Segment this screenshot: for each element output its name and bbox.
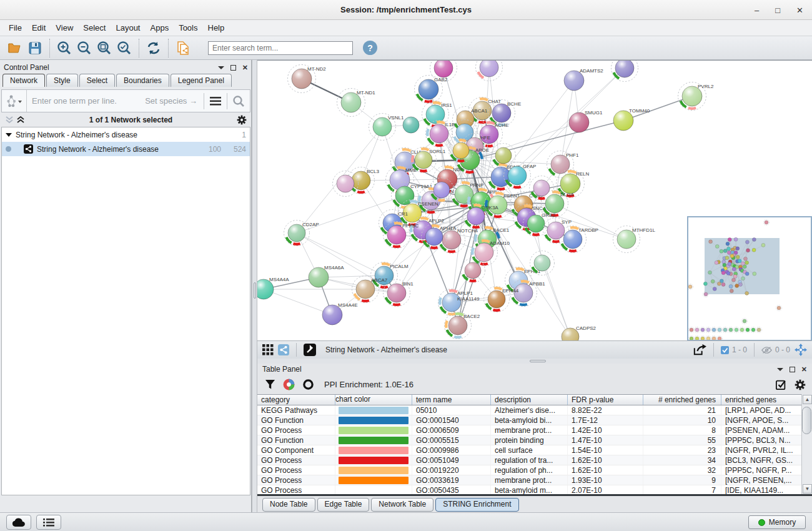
column-header[interactable]: chart color xyxy=(335,395,412,405)
network-canvas[interactable]: MT-ND2MT-ND1VSNL1GAB2ADAMTS2PVRL2TOMM40S… xyxy=(257,60,812,340)
save-session-icon[interactable] xyxy=(25,38,45,58)
tab-node-table[interactable]: Node Table xyxy=(262,498,315,512)
network-edge[interactable] xyxy=(542,263,570,337)
column-header[interactable]: enriched genes xyxy=(721,395,801,405)
enrichment-row[interactable]: GO ComponentGO:0009986cell surface1.54E-… xyxy=(257,445,801,455)
remove-chart-icon[interactable] xyxy=(302,379,314,390)
enrichment-row[interactable]: GO FunctionGO:0005515protein binding1.47… xyxy=(257,435,801,445)
menu-edit[interactable]: Edit xyxy=(27,20,51,36)
scroll-up-icon[interactable]: ▲ xyxy=(803,395,812,404)
network-node[interactable]: BACE2 xyxy=(445,312,480,339)
zoom-in-icon[interactable] xyxy=(54,38,74,58)
zoom-selected-icon[interactable] xyxy=(114,38,134,58)
tab-style[interactable]: Style xyxy=(46,74,78,87)
open-session-icon[interactable] xyxy=(5,38,25,58)
network-collection-row[interactable]: String Network - Alzheimer's disease 1 xyxy=(2,127,250,142)
close-button[interactable]: ✕ xyxy=(796,6,803,15)
network-node[interactable] xyxy=(476,61,503,81)
network-node[interactable]: PHF1 xyxy=(547,151,580,178)
enrichment-row[interactable]: GO ProcessGO:0033619membrane prot...1.93… xyxy=(257,475,801,485)
enrichment-row[interactable]: GO ProcessGO:0019220regulation of ph...1… xyxy=(257,465,801,475)
memory-button[interactable]: Memory xyxy=(748,515,806,529)
tab-boundaries[interactable]: Boundaries xyxy=(116,74,169,87)
enrichment-row[interactable]: KEGG Pathways05010Alzheimer's dise...8.8… xyxy=(257,405,801,415)
export-network-image-icon[interactable] xyxy=(173,38,193,58)
menu-tools[interactable]: Tools xyxy=(174,20,202,36)
maximize-button[interactable]: □ xyxy=(775,6,780,15)
network-node[interactable] xyxy=(611,61,638,82)
network-row[interactable]: String Network - Alzheimer's disease 100… xyxy=(2,142,250,156)
tab-network-table[interactable]: Network Table xyxy=(371,498,433,512)
tab-network[interactable]: Network xyxy=(2,74,45,87)
enrichment-settings-gear-icon[interactable] xyxy=(795,379,806,390)
network-node[interactable]: MT-ND1 xyxy=(337,89,376,117)
zoom-fit-icon[interactable] xyxy=(94,38,114,58)
task-history-button[interactable] xyxy=(36,515,61,530)
menu-help[interactable]: Help xyxy=(203,20,230,36)
float-table-panel-icon[interactable] xyxy=(790,367,795,372)
network-node[interactable]: CD2AP xyxy=(284,221,319,246)
scroll-down-icon[interactable]: ▼ xyxy=(803,484,812,494)
network-node[interactable]: MS4A6A xyxy=(309,265,344,287)
enrichment-chart-icon[interactable] xyxy=(283,379,295,390)
network-node[interactable]: APLP1KIAA1149 xyxy=(438,289,480,316)
cloud-tasks-button[interactable] xyxy=(6,515,31,530)
enrichment-row[interactable]: GO ProcessGO:0050435beta-amyloid m...2.0… xyxy=(257,485,801,494)
network-node[interactable]: MS4A4E xyxy=(322,302,358,325)
horizontal-splitter[interactable] xyxy=(257,359,812,364)
network-node[interactable]: PVRL2 xyxy=(678,82,714,111)
panel-menu-icon[interactable] xyxy=(218,66,224,70)
set-species-hint[interactable]: Set species → xyxy=(145,96,197,106)
refresh-icon[interactable] xyxy=(144,38,164,58)
tab-edge-table[interactable]: Edge Table xyxy=(317,498,370,512)
tab-select[interactable]: Select xyxy=(79,74,115,87)
tab-string-enrichment[interactable]: STRING Enrichment xyxy=(435,498,518,512)
network-node[interactable]: ABCA7 xyxy=(352,276,388,303)
grid-view-icon[interactable] xyxy=(262,344,274,355)
network-node[interactable]: MTHFD1L xyxy=(613,226,656,253)
column-header[interactable]: description xyxy=(491,395,568,405)
menu-view[interactable]: View xyxy=(51,20,78,36)
network-node[interactable]: MS4A4A xyxy=(257,277,289,299)
enrichment-row[interactable]: GO ProcessGO:0006509membrane prot...1.42… xyxy=(257,425,801,435)
network-node[interactable]: GAB2 xyxy=(415,76,448,104)
network-node[interactable]: VSNL1 xyxy=(369,114,404,141)
menu-apps[interactable]: Apps xyxy=(146,20,174,36)
zoom-out-icon[interactable] xyxy=(74,38,94,58)
string-logo-icon[interactable] xyxy=(2,90,27,112)
column-header[interactable]: FDR p-value xyxy=(568,395,643,405)
network-node[interactable]: ADAMTS2 xyxy=(564,68,603,91)
table-panel-menu-icon[interactable] xyxy=(777,367,783,372)
network-node[interactable]: TOMM40 xyxy=(613,108,650,131)
minimize-button[interactable]: – xyxy=(755,6,759,15)
network-node[interactable]: TARDBP xyxy=(560,226,598,253)
column-header[interactable]: category xyxy=(257,395,335,405)
network-node[interactable] xyxy=(461,259,485,283)
column-header[interactable]: term name xyxy=(412,395,491,405)
column-header[interactable]: # enriched genes xyxy=(643,395,721,405)
scrollbar-thumb[interactable] xyxy=(802,407,811,434)
network-node[interactable]: MT-ND2 xyxy=(288,65,327,93)
menu-layout[interactable]: Layout xyxy=(111,20,145,36)
close-table-panel-icon[interactable]: ✕ xyxy=(801,365,807,374)
tab-legend-panel[interactable]: Legend Panel xyxy=(171,74,232,87)
network-node[interactable] xyxy=(530,251,555,275)
detach-view-icon[interactable] xyxy=(304,344,316,356)
string-query-input[interactable] xyxy=(27,96,145,106)
string-options-icon[interactable] xyxy=(204,90,227,112)
enrichment-row[interactable]: GO ProcessGO:0051049regulation of tra...… xyxy=(257,455,801,465)
string-view-icon[interactable] xyxy=(278,344,289,355)
menu-select[interactable]: Select xyxy=(78,20,111,36)
enrichment-row[interactable]: GO FunctionGO:0001540beta-amyloid bi...1… xyxy=(257,415,801,425)
birds-eye-view[interactable] xyxy=(687,217,811,341)
vertical-splitter[interactable] xyxy=(252,60,257,512)
network-edge[interactable] xyxy=(264,289,332,315)
collapse-all-icon[interactable] xyxy=(5,116,14,124)
search-input[interactable] xyxy=(208,41,353,55)
expand-triangle-icon[interactable] xyxy=(6,133,12,137)
network-node[interactable] xyxy=(333,171,359,197)
select-columns-icon[interactable] xyxy=(776,379,787,390)
menu-file[interactable]: File xyxy=(4,20,27,36)
string-search-icon[interactable] xyxy=(227,90,250,112)
pan-move-icon[interactable] xyxy=(795,344,807,356)
